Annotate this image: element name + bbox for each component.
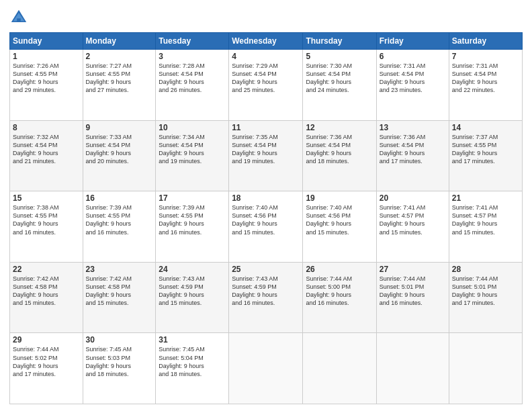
calendar-cell: 30Sunrise: 7:45 AMSunset: 5:03 PMDayligh…: [83, 333, 156, 404]
calendar-cell: 20Sunrise: 7:41 AMSunset: 4:57 PMDayligh…: [376, 191, 449, 263]
day-info: Sunrise: 7:36 AMSunset: 4:54 PMDaylight:…: [306, 133, 373, 166]
day-number: 25: [232, 265, 300, 274]
day-info: Sunrise: 7:40 AMSunset: 4:56 PMDaylight:…: [232, 203, 300, 236]
day-info: Sunrise: 7:26 AMSunset: 4:55 PMDaylight:…: [13, 62, 80, 95]
calendar-cell: [449, 333, 522, 404]
calendar-cell: [303, 333, 376, 404]
day-info: Sunrise: 7:45 AMSunset: 5:04 PMDaylight:…: [159, 345, 226, 378]
day-info: Sunrise: 7:42 AMSunset: 4:58 PMDaylight:…: [13, 275, 80, 308]
day-number: 27: [380, 265, 446, 274]
calendar-cell: 9Sunrise: 7:33 AMSunset: 4:54 PMDaylight…: [83, 120, 156, 191]
day-info: Sunrise: 7:39 AMSunset: 4:55 PMDaylight:…: [159, 203, 226, 236]
calendar-cell: 18Sunrise: 7:40 AMSunset: 4:56 PMDayligh…: [229, 191, 303, 263]
calendar-cell: 25Sunrise: 7:43 AMSunset: 4:59 PMDayligh…: [229, 262, 303, 333]
day-info: Sunrise: 7:35 AMSunset: 4:54 PMDaylight:…: [232, 133, 300, 166]
day-number: 4: [232, 52, 300, 61]
day-number: 6: [380, 52, 446, 61]
calendar-cell: 3Sunrise: 7:28 AMSunset: 4:54 PMDaylight…: [156, 50, 229, 121]
calendar-cell: [229, 333, 303, 404]
day-number: 24: [159, 265, 226, 274]
day-info: Sunrise: 7:40 AMSunset: 4:56 PMDaylight:…: [306, 203, 373, 236]
calendar-cell: 29Sunrise: 7:44 AMSunset: 5:02 PMDayligh…: [10, 333, 83, 404]
day-number: 16: [86, 193, 153, 203]
calendar-week-row: 15Sunrise: 7:38 AMSunset: 4:55 PMDayligh…: [10, 191, 523, 263]
day-of-week-header: Friday: [376, 33, 449, 50]
day-of-week-header: Tuesday: [156, 33, 229, 50]
calendar-cell: 26Sunrise: 7:44 AMSunset: 5:00 PMDayligh…: [303, 262, 376, 333]
page-container: SundayMondayTuesdayWednesdayThursdayFrid…: [0, 0, 532, 411]
day-number: 14: [452, 123, 519, 132]
logo-icon: [9, 8, 28, 27]
day-of-week-header: Thursday: [303, 33, 376, 50]
day-number: 29: [13, 335, 80, 345]
day-of-week-header: Monday: [83, 33, 156, 50]
day-info: Sunrise: 7:44 AMSunset: 5:00 PMDaylight:…: [306, 275, 373, 308]
page-header: [9, 8, 523, 27]
calendar-cell: 8Sunrise: 7:32 AMSunset: 4:54 PMDaylight…: [10, 120, 83, 191]
day-number: 13: [380, 123, 446, 132]
calendar-cell: 23Sunrise: 7:42 AMSunset: 4:58 PMDayligh…: [83, 262, 156, 333]
calendar-cell: 28Sunrise: 7:44 AMSunset: 5:01 PMDayligh…: [449, 262, 522, 333]
day-info: Sunrise: 7:43 AMSunset: 4:59 PMDaylight:…: [232, 275, 300, 308]
calendar-cell: 14Sunrise: 7:37 AMSunset: 4:55 PMDayligh…: [449, 120, 522, 191]
day-number: 11: [232, 123, 300, 132]
day-of-week-header: Wednesday: [229, 33, 303, 50]
day-number: 12: [306, 123, 373, 132]
calendar-cell: [376, 333, 449, 404]
day-number: 21: [452, 193, 519, 203]
logo: [9, 8, 31, 27]
day-info: Sunrise: 7:44 AMSunset: 5:01 PMDaylight:…: [452, 275, 519, 308]
day-number: 7: [452, 52, 519, 61]
day-number: 30: [86, 335, 153, 345]
day-info: Sunrise: 7:29 AMSunset: 4:54 PMDaylight:…: [232, 62, 300, 95]
day-info: Sunrise: 7:43 AMSunset: 4:59 PMDaylight:…: [159, 275, 226, 308]
day-number: 2: [86, 52, 153, 61]
day-number: 23: [86, 265, 153, 274]
calendar-cell: 15Sunrise: 7:38 AMSunset: 4:55 PMDayligh…: [10, 191, 83, 263]
calendar-cell: 2Sunrise: 7:27 AMSunset: 4:55 PMDaylight…: [83, 50, 156, 121]
day-number: 10: [159, 123, 226, 132]
day-info: Sunrise: 7:39 AMSunset: 4:55 PMDaylight:…: [86, 203, 153, 236]
day-info: Sunrise: 7:42 AMSunset: 4:58 PMDaylight:…: [86, 275, 153, 308]
calendar-cell: 24Sunrise: 7:43 AMSunset: 4:59 PMDayligh…: [156, 262, 229, 333]
day-number: 17: [159, 193, 226, 203]
svg-rect-2: [17, 18, 21, 22]
calendar-cell: 12Sunrise: 7:36 AMSunset: 4:54 PMDayligh…: [303, 120, 376, 191]
day-info: Sunrise: 7:31 AMSunset: 4:54 PMDaylight:…: [380, 62, 446, 95]
day-info: Sunrise: 7:34 AMSunset: 4:54 PMDaylight:…: [159, 133, 226, 166]
calendar-cell: 5Sunrise: 7:30 AMSunset: 4:54 PMDaylight…: [303, 50, 376, 121]
calendar-week-row: 8Sunrise: 7:32 AMSunset: 4:54 PMDaylight…: [10, 120, 523, 191]
calendar-table: SundayMondayTuesdayWednesdayThursdayFrid…: [9, 32, 523, 404]
day-info: Sunrise: 7:27 AMSunset: 4:55 PMDaylight:…: [86, 62, 153, 95]
calendar-cell: 21Sunrise: 7:41 AMSunset: 4:57 PMDayligh…: [449, 191, 522, 263]
day-info: Sunrise: 7:44 AMSunset: 5:01 PMDaylight:…: [380, 275, 446, 308]
day-info: Sunrise: 7:33 AMSunset: 4:54 PMDaylight:…: [86, 133, 153, 166]
day-info: Sunrise: 7:32 AMSunset: 4:54 PMDaylight:…: [13, 133, 80, 166]
day-info: Sunrise: 7:41 AMSunset: 4:57 PMDaylight:…: [452, 203, 519, 236]
calendar-cell: 11Sunrise: 7:35 AMSunset: 4:54 PMDayligh…: [229, 120, 303, 191]
day-number: 3: [159, 52, 226, 61]
day-number: 19: [306, 193, 373, 203]
day-number: 20: [380, 193, 446, 203]
calendar-cell: 31Sunrise: 7:45 AMSunset: 5:04 PMDayligh…: [156, 333, 229, 404]
day-number: 8: [13, 123, 80, 132]
calendar-cell: 22Sunrise: 7:42 AMSunset: 4:58 PMDayligh…: [10, 262, 83, 333]
day-info: Sunrise: 7:41 AMSunset: 4:57 PMDaylight:…: [380, 203, 446, 236]
day-number: 31: [159, 335, 226, 345]
day-info: Sunrise: 7:36 AMSunset: 4:54 PMDaylight:…: [380, 133, 446, 166]
day-number: 22: [13, 265, 80, 274]
calendar-header-row: SundayMondayTuesdayWednesdayThursdayFrid…: [10, 33, 523, 50]
calendar-week-row: 29Sunrise: 7:44 AMSunset: 5:02 PMDayligh…: [10, 333, 523, 404]
day-number: 5: [306, 52, 373, 61]
calendar-cell: 10Sunrise: 7:34 AMSunset: 4:54 PMDayligh…: [156, 120, 229, 191]
day-info: Sunrise: 7:37 AMSunset: 4:55 PMDaylight:…: [452, 133, 519, 166]
calendar-cell: 13Sunrise: 7:36 AMSunset: 4:54 PMDayligh…: [376, 120, 449, 191]
calendar-cell: 6Sunrise: 7:31 AMSunset: 4:54 PMDaylight…: [376, 50, 449, 121]
calendar-cell: 19Sunrise: 7:40 AMSunset: 4:56 PMDayligh…: [303, 191, 376, 263]
day-number: 28: [452, 265, 519, 274]
calendar-week-row: 22Sunrise: 7:42 AMSunset: 4:58 PMDayligh…: [10, 262, 523, 333]
day-number: 9: [86, 123, 153, 132]
day-info: Sunrise: 7:28 AMSunset: 4:54 PMDaylight:…: [159, 62, 226, 95]
day-info: Sunrise: 7:31 AMSunset: 4:54 PMDaylight:…: [452, 62, 519, 95]
calendar-week-row: 1Sunrise: 7:26 AMSunset: 4:55 PMDaylight…: [10, 50, 523, 121]
